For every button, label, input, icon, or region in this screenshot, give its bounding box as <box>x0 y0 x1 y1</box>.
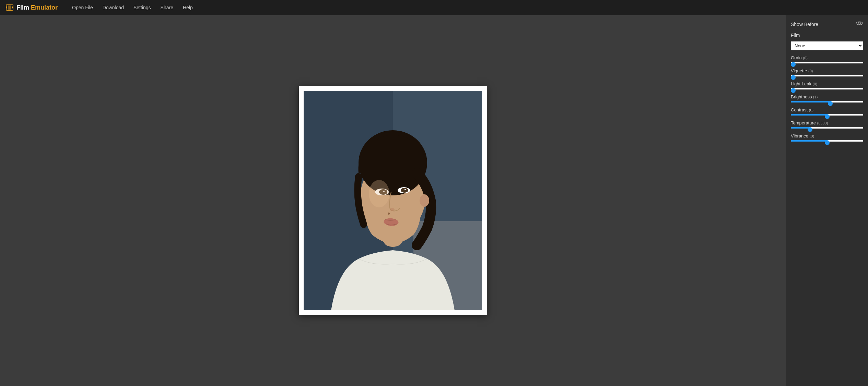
contrast-slider[interactable] <box>791 114 863 116</box>
brightness-value: (1) <box>813 95 818 99</box>
light-leak-label: Light Leak (0) <box>791 81 863 86</box>
vibrance-value: (0) <box>810 134 814 138</box>
contrast-label: Contrast (0) <box>791 107 863 112</box>
grain-control: Grain (0) <box>791 55 863 63</box>
photo-frame <box>299 86 487 315</box>
grain-value: (0) <box>803 56 807 60</box>
temperature-label: Temperature (6500) <box>791 120 863 125</box>
svg-point-20 <box>404 189 406 190</box>
app-title-emulator: Emulator <box>31 4 58 11</box>
svg-rect-7 <box>8 5 11 10</box>
sidebar: Show Before Film None Kodak Portra 400 F… <box>786 15 868 386</box>
brightness-label: Brightness (1) <box>791 94 863 99</box>
brightness-control: Brightness (1) <box>791 94 863 102</box>
svg-point-24 <box>858 22 861 25</box>
contrast-control: Contrast (0) <box>791 107 863 116</box>
svg-point-23 <box>369 180 389 207</box>
vibrance-slider[interactable] <box>791 140 863 142</box>
brightness-slider[interactable] <box>791 101 863 102</box>
svg-rect-3 <box>6 9 7 9</box>
vignette-value: (0) <box>808 69 813 73</box>
nav-share[interactable]: Share <box>156 0 178 15</box>
contrast-value: (0) <box>809 108 813 112</box>
portrait-svg <box>304 91 482 310</box>
svg-rect-2 <box>6 7 7 8</box>
main-area: Show Before Film None Kodak Portra 400 F… <box>0 15 868 386</box>
vibrance-label: Vibrance (0) <box>791 133 863 138</box>
svg-rect-1 <box>6 6 7 7</box>
svg-point-14 <box>420 194 429 207</box>
grain-label: Grain (0) <box>791 55 863 60</box>
svg-point-19 <box>401 188 408 193</box>
nav-download[interactable]: Download <box>98 0 129 15</box>
vignette-control: Vignette (0) <box>791 68 863 76</box>
vibrance-control: Vibrance (0) <box>791 133 863 142</box>
light-leak-value: (0) <box>813 82 817 86</box>
temperature-value: (6500) <box>817 121 828 125</box>
film-select[interactable]: None Kodak Portra 400 Fuji Provia 100F I… <box>791 41 863 50</box>
nav-settings[interactable]: Settings <box>129 0 156 15</box>
canvas-area <box>0 15 786 386</box>
film-label: Film <box>791 33 863 38</box>
temperature-slider[interactable] <box>791 127 863 129</box>
nav-help[interactable]: Help <box>178 0 198 15</box>
film-selector-group: Film None Kodak Portra 400 Fuji Provia 1… <box>791 33 863 50</box>
nav-open-file[interactable]: Open File <box>67 0 98 15</box>
light-leak-control: Light Leak (0) <box>791 81 863 89</box>
show-before-row: Show Before <box>791 21 863 28</box>
film-icon <box>5 3 14 12</box>
svg-rect-6 <box>12 9 13 9</box>
temperature-control: Temperature (6500) <box>791 120 863 129</box>
app-title-film: Film <box>16 4 29 11</box>
vignette-label: Vignette (0) <box>791 68 863 73</box>
svg-point-21 <box>390 208 395 211</box>
navbar: Film Emulator Open File Download Setting… <box>0 0 868 15</box>
svg-point-22 <box>388 213 390 215</box>
grain-slider[interactable] <box>791 62 863 63</box>
svg-rect-5 <box>12 7 13 8</box>
svg-rect-4 <box>12 6 13 7</box>
light-leak-slider[interactable] <box>791 88 863 89</box>
show-before-label: Show Before <box>791 22 818 27</box>
eye-icon[interactable] <box>856 21 863 28</box>
photo-image <box>304 91 482 310</box>
vignette-slider[interactable] <box>791 75 863 76</box>
